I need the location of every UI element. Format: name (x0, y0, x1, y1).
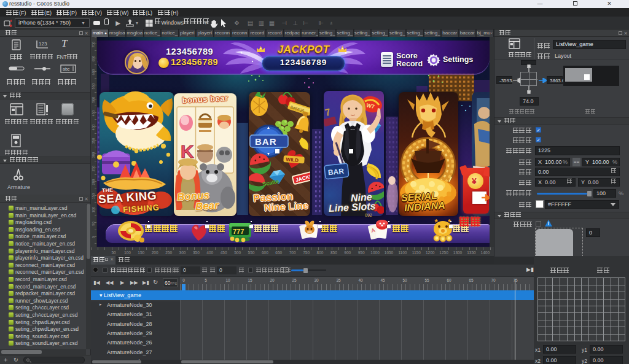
svg-text:777: 777 (233, 228, 244, 235)
svg-text:BAR: BAR (327, 167, 345, 177)
svg-text:BAR: BAR (255, 136, 277, 147)
svg-text:7: 7 (324, 107, 332, 118)
svg-text:123: 123 (39, 41, 47, 47)
svg-text:abc: abc (63, 67, 70, 71)
svg-text:Scatte: Scatte (262, 178, 279, 187)
svg-text:WILD: WILD (286, 157, 299, 163)
